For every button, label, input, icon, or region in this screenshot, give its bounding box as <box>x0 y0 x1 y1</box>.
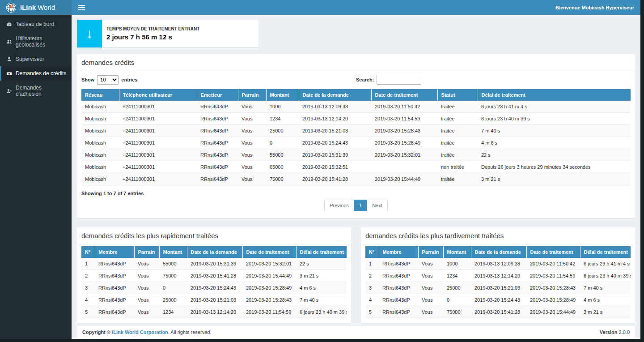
column-header[interactable]: Délai de traitement <box>580 246 631 258</box>
page-length-control: Show 10 entries <box>81 75 356 85</box>
table-cell: 2019-03-20 15:44:49 <box>242 270 296 282</box>
fastest-table-head: N°MembreParrainMontantDate de la demande… <box>81 246 347 258</box>
content: ↓ TEMPS MOYEN DE TRAITEMENT ENTRANT 2 jo… <box>72 15 640 339</box>
table-cell: 2019-03-20 15:41:28 <box>299 173 371 185</box>
next-page-button[interactable]: Next <box>367 200 388 211</box>
table-cell: 2019-03-20 15:21:03 <box>299 125 371 137</box>
table-cell: 2019-03-20 11:54:59 <box>526 270 580 282</box>
table-cell: non traitée <box>437 161 478 173</box>
table-cell: RRnsi643dP <box>95 270 134 282</box>
table-cell: Vous <box>418 270 443 282</box>
table-row: Mobicash+24111000301RRnsi643dPVous123420… <box>81 113 631 125</box>
table-cell: 2019-03-20 15:44:49 <box>371 173 437 185</box>
column-header[interactable]: Montant <box>266 89 299 101</box>
table-row: 5RRnsi643dPVous12342019-03-13 12:14:2020… <box>81 306 347 318</box>
column-header[interactable]: Parrain <box>418 246 443 258</box>
table-cell: 3 <box>81 282 95 294</box>
sidebar-menu: Tableau de bord Utilisateurs géolocalisé… <box>0 15 72 101</box>
table-cell: Depuis 26 jours 3 heures 29 minutes 34 s… <box>478 161 631 173</box>
column-header[interactable]: Date de la demande <box>471 246 526 258</box>
users-icon <box>6 39 12 45</box>
column-header[interactable]: Date de traitement <box>242 246 296 258</box>
table-row: 3RRnsi643dPVous02019-03-20 15:24:432019-… <box>81 282 347 294</box>
column-header[interactable]: Date de la demande <box>299 89 371 101</box>
table-cell: RRnsi643dP <box>379 282 418 294</box>
sidebar-item-demandes-d-adhesion[interactable]: Demandes d'adhésion <box>0 81 72 101</box>
column-header[interactable]: Téléphone utilisateur <box>119 89 197 101</box>
table-cell: 6 jours 23 h 41 m 4 s <box>478 101 631 113</box>
search-input[interactable] <box>377 75 421 85</box>
table-cell: 7 m 40 s <box>580 282 631 294</box>
table-cell: 55000 <box>266 149 299 161</box>
sidebar-item-utilisateurs-geolocalises[interactable]: Utilisateurs géolocalisés <box>0 31 72 52</box>
column-header[interactable]: Statut <box>437 89 478 101</box>
info-box-content: TEMPS MOYEN DE TRAITEMENT ENTRANT 2 jour… <box>102 20 204 47</box>
sidebar-toggle-button[interactable] <box>72 0 91 15</box>
table-cell: 2019-03-20 15:24:43 <box>187 282 242 294</box>
table-cell: 1234 <box>443 270 471 282</box>
column-header[interactable]: N° <box>81 246 95 258</box>
table-cell: RRnsi643dP <box>95 258 134 270</box>
column-header[interactable]: Délai de traitement <box>478 89 631 101</box>
table-row: 4RRnsi643dPVous02019-03-20 15:24:432019-… <box>365 294 631 306</box>
table-cell: 2019-03-13 12:14:20 <box>471 270 526 282</box>
table-cell: Vous <box>418 294 443 306</box>
table-cell: Mobicash <box>81 113 119 125</box>
page-1-button[interactable]: 1 <box>354 200 367 211</box>
membership-icon <box>6 88 12 94</box>
column-header[interactable]: Parrain <box>238 89 266 101</box>
table-cell: 2019-03-20 15:24:43 <box>299 137 371 149</box>
table-cell: 5 <box>81 306 95 318</box>
table-row: Mobicash+24111000301RRnsi643dPVous100020… <box>81 101 631 113</box>
column-header[interactable]: Montant <box>443 246 471 258</box>
slowest-panel-title: demandes crédits les plus tardivement tr… <box>361 227 635 244</box>
table-cell: 2019-03-20 15:32:01 <box>242 258 296 270</box>
table-cell: 2019-03-13 12:14:20 <box>299 113 371 125</box>
table-cell: 2019-03-20 11:54:59 <box>242 306 296 318</box>
table-cell: Mobicash <box>81 125 119 137</box>
column-header[interactable]: Date de traitement <box>526 246 580 258</box>
sidebar-item-superviseur[interactable]: Superviseur <box>0 52 72 66</box>
table-cell: 75000 <box>266 173 299 185</box>
column-header[interactable]: Date de traitement <box>371 89 437 101</box>
credits-panel-body: Show 10 entries Search: <box>77 71 635 218</box>
credits-panel: demandes crédits Show 10 entries Search: <box>77 54 635 218</box>
pagination: Previous 1 Next <box>81 198 631 214</box>
sidebar-item-label: Tableau de bord <box>16 21 54 27</box>
version: Version2.0.0 <box>600 329 630 335</box>
fastest-panel-title: demandes crédits les plus rapidement tra… <box>77 227 351 244</box>
column-header[interactable]: N° <box>365 246 379 258</box>
previous-page-button[interactable]: Previous <box>324 200 354 211</box>
company-link[interactable]: iLink World Corporation <box>112 329 168 335</box>
table-row: 5RRnsi643dPVous750002019-03-20 15:41:282… <box>365 306 631 318</box>
column-header[interactable]: Montant <box>159 246 187 258</box>
column-header[interactable]: Réseau <box>81 89 119 101</box>
table-cell: 4 <box>81 294 95 306</box>
table-row: 1RRnsi643dPVous550002019-03-20 15:31:392… <box>81 258 347 270</box>
sidebar-item-tableau-de-bord[interactable]: Tableau de bord <box>0 17 72 31</box>
brand[interactable]: iLink World <box>0 0 72 15</box>
table-cell: Vous <box>238 113 266 125</box>
page-size-select[interactable]: 10 <box>97 75 119 85</box>
table-cell: RRnsi643dP <box>197 173 238 185</box>
top-navbar: Bienvenue Mobicash Hyperviseur <box>72 0 640 15</box>
brand-text: iLink World <box>20 4 55 11</box>
table-cell: 2019-03-20 15:28:49 <box>242 282 296 294</box>
table-cell: RRnsi643dP <box>197 137 238 149</box>
table-cell: 2019-03-13 12:09:38 <box>471 258 526 270</box>
credits-table-head: RéseauTéléphone utilisateurEmetteurParra… <box>81 89 631 101</box>
column-header[interactable]: Emetteur <box>197 89 238 101</box>
table-cell: Vous <box>134 270 159 282</box>
welcome-user-menu[interactable]: Bienvenue Mobicash Hyperviseur <box>555 5 640 10</box>
table-cell: traitée <box>437 101 478 113</box>
column-header[interactable]: Date de la demande <box>187 246 242 258</box>
sidebar-item-demandes-de-credits[interactable]: Demandes de crédits <box>0 66 72 81</box>
credits-icon <box>6 71 12 77</box>
search-control: Search: <box>356 75 631 85</box>
slowest-credits-panel: demandes crédits les plus tardivement tr… <box>361 227 635 323</box>
table-cell: 7 m 40 s <box>478 125 631 137</box>
column-header[interactable]: Membre <box>379 246 418 258</box>
column-header[interactable]: Membre <box>95 246 134 258</box>
column-header[interactable]: Délai de traitement <box>296 246 347 258</box>
column-header[interactable]: Parrain <box>134 246 159 258</box>
